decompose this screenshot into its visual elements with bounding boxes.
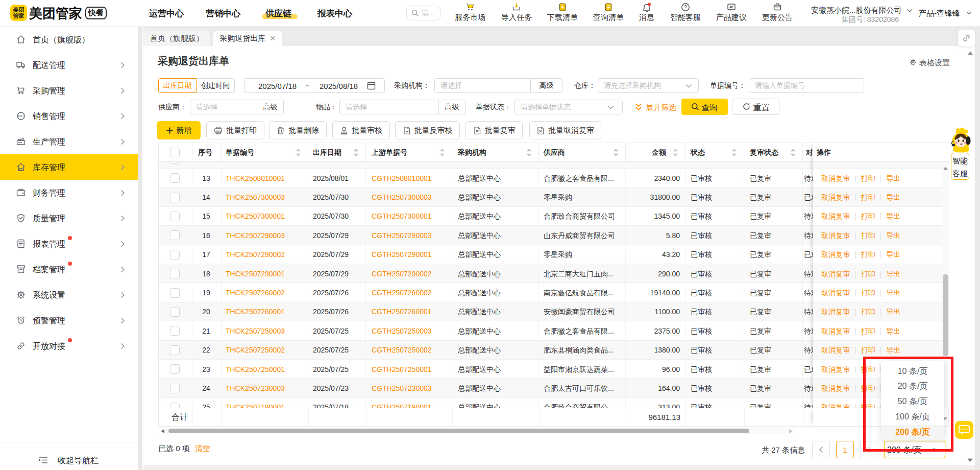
svg-text:?: ? [684,5,687,10]
svg-text:BUY: BUY [18,114,24,118]
